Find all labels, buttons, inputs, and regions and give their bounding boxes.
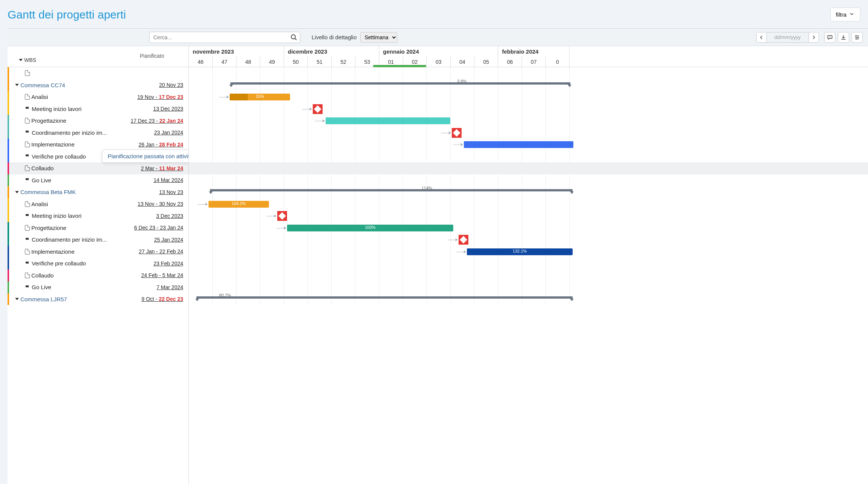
week-header: 47	[213, 57, 236, 67]
task-date[interactable]: 14 Mar 2024	[122, 177, 188, 183]
summary-bar[interactable]: 114%	[210, 189, 573, 191]
week-header: 06	[498, 57, 522, 67]
task-name: Analisi	[9, 201, 122, 207]
task-row[interactable]: Go Live14 Mar 2024	[8, 174, 188, 187]
gantt-toolbar: Livello di dettaglio Settimana dd/mm/yyy…	[8, 28, 868, 46]
gantt-bar-row	[189, 281, 868, 293]
gantt-bar-row: 104.2%	[189, 198, 868, 210]
task-date[interactable]: 7 Mar 2024	[122, 284, 188, 290]
task-row[interactable]: Commessa CC7420 Nov 23	[8, 79, 188, 91]
detail-level-label: Livello di dettaglio	[312, 34, 357, 40]
task-name: Implementazione	[9, 248, 122, 255]
task-row[interactable]: Implementazione26 Jan - 28 Feb 24	[8, 139, 188, 151]
task-row[interactable]	[8, 67, 188, 79]
wbs-column-header[interactable]: WBS	[8, 46, 121, 67]
search-icon[interactable]	[290, 34, 297, 42]
task-date[interactable]: 23 Feb 2024	[122, 260, 188, 267]
task-date[interactable]: 19 Nov - 17 Dec 23	[122, 94, 188, 100]
task-date[interactable]: 3 Dec 2023	[122, 213, 188, 219]
date-next-button[interactable]	[808, 32, 819, 43]
summary-bar[interactable]: 3.8%	[230, 82, 570, 85]
gantt-bar-row	[189, 162, 868, 174]
document-icon	[25, 142, 30, 147]
task-date[interactable]: 23 Jan 2024	[122, 129, 188, 136]
week-header: 52	[332, 57, 355, 67]
task-row[interactable]: Coordinamento per inizio im...25 Jan 202…	[8, 234, 188, 246]
milestone-marker[interactable]	[277, 211, 287, 221]
task-row[interactable]: Collaudo24 Feb - 5 Mar 24	[8, 270, 188, 282]
svg-point-11	[856, 38, 857, 39]
gantt-bar-row: 3.8%	[189, 79, 868, 91]
task-name: Commessa LJR57	[9, 296, 122, 302]
week-header: 07	[522, 57, 546, 67]
task-row[interactable]: Collaudo2 Mar - 11 Mar 24	[8, 162, 188, 174]
gantt-bar-row: 114%	[189, 186, 868, 198]
task-name: Verifiche pre collaudo	[9, 260, 122, 267]
task-bar[interactable]	[464, 141, 573, 148]
task-row[interactable]: Commessa LJR579 Oct - 22 Dec 23	[8, 293, 188, 305]
milestone-marker[interactable]	[452, 128, 462, 138]
comment-button[interactable]	[824, 32, 836, 43]
date-prev-button[interactable]	[756, 32, 767, 43]
task-name	[9, 70, 122, 76]
chevron-down-icon[interactable]	[15, 191, 19, 193]
gantt-bar-row: 15%	[189, 91, 868, 103]
svg-point-9	[856, 35, 857, 36]
task-date[interactable]: 25 Jan 2024	[122, 237, 188, 243]
task-name: Go Live	[9, 284, 122, 290]
task-name: Progettazione	[9, 225, 122, 231]
gantt-bar-row	[189, 67, 868, 79]
task-bar[interactable]: 104.2%	[209, 201, 269, 208]
task-date[interactable]: 17 Dec 23 - 22 Jan 24	[122, 118, 188, 124]
task-date[interactable]: 9 Oct - 22 Dec 23	[122, 296, 188, 302]
task-name: Commessa Beta FMK	[9, 189, 122, 195]
task-bar[interactable]: 100%	[287, 225, 453, 231]
task-name: Analisi	[9, 94, 122, 100]
task-name: Meeting inizio lavori	[9, 106, 122, 112]
task-row[interactable]: Commessa Beta FMK13 Nov 23	[8, 186, 188, 198]
task-row[interactable]: Implementazione27 Jan - 22 Feb 24	[8, 246, 188, 258]
task-date[interactable]: 13 Nov 23	[122, 189, 188, 195]
date-display[interactable]: dd/mm/yyyy	[767, 32, 808, 43]
task-row[interactable]: Meeting inizio lavori3 Dec 2023	[8, 210, 188, 222]
task-date[interactable]: 6 Dec 23 - 23 Jan 24	[122, 225, 188, 231]
task-row[interactable]: Progettazione6 Dec 23 - 23 Jan 24	[8, 222, 188, 234]
settings-button[interactable]	[851, 32, 863, 43]
document-icon	[25, 273, 30, 278]
task-date[interactable]: 24 Feb - 5 Mar 24	[122, 272, 188, 278]
task-row[interactable]: Meeting inizio lavori13 Dec 2023	[8, 103, 188, 115]
task-date[interactable]: 26 Jan - 28 Feb 24	[122, 142, 188, 148]
filter-button[interactable]: filtra	[830, 8, 860, 22]
task-date[interactable]: 27 Jan - 22 Feb 24	[122, 248, 188, 254]
page-title: Gantt dei progetti aperti	[8, 8, 126, 21]
summary-bar[interactable]: 80.7%	[196, 296, 573, 299]
week-header: 03	[427, 57, 451, 67]
download-button[interactable]	[838, 32, 849, 43]
task-row[interactable]: Coordinamento per inizio im...23 Jan 202…	[8, 127, 188, 139]
task-bar[interactable]: 132.1%	[467, 248, 573, 255]
task-date[interactable]: 20 Nov 23	[122, 82, 188, 88]
search-input[interactable]	[149, 32, 300, 43]
svg-point-4	[829, 37, 830, 37]
chevron-down-icon[interactable]	[15, 84, 19, 86]
chevron-down-icon[interactable]	[15, 298, 19, 300]
milestone-marker[interactable]	[459, 235, 468, 245]
plan-column-header: Pianificato	[121, 46, 188, 67]
week-header: 51	[308, 57, 332, 67]
task-row[interactable]: Analisi19 Nov - 17 Dec 23	[8, 91, 188, 103]
task-row[interactable]: Analisi13 Nov - 30 Nov 23	[8, 198, 188, 210]
task-row[interactable]: Progettazione17 Dec 23 - 22 Jan 24	[8, 115, 188, 127]
gantt-bar-row: 100%	[189, 222, 868, 234]
milestone-marker[interactable]	[313, 104, 323, 114]
task-date[interactable]: 13 Nov - 30 Nov 23	[122, 201, 188, 207]
task-date[interactable]: 13 Dec 2023	[122, 106, 188, 112]
task-row[interactable]: Verifiche pre collaudoPianificazione pas…	[8, 151, 188, 163]
document-icon	[25, 201, 30, 207]
task-date[interactable]: 2 Mar - 11 Mar 24	[122, 165, 188, 171]
task-bar[interactable]: 15%	[230, 94, 290, 100]
month-header: gennaio 2024	[379, 46, 498, 57]
detail-level-select[interactable]: Settimana	[360, 32, 397, 43]
task-row[interactable]: Go Live7 Mar 2024	[8, 281, 188, 293]
task-row[interactable]: Verifiche pre collaudo23 Feb 2024	[8, 257, 188, 270]
task-bar[interactable]	[326, 117, 450, 124]
